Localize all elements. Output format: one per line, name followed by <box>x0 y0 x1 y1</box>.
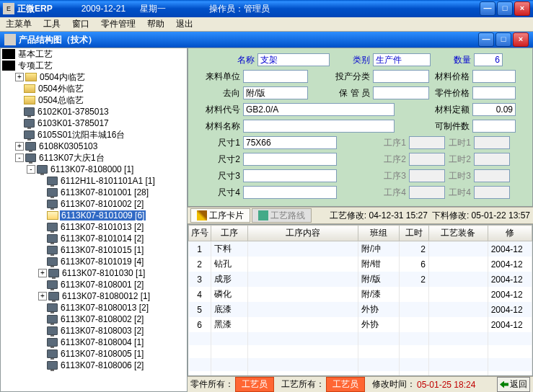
tree-node[interactable]: 6103K01-3785017 <box>1 117 187 129</box>
tree-node[interactable]: 6112H1L-8101101A1 [1] <box>1 175 187 187</box>
menu-tools[interactable]: 工具 <box>38 17 66 32</box>
tree-label[interactable]: 6113K07-8101013 [2] <box>59 222 145 232</box>
tree-label[interactable]: 专项工艺 <box>17 60 54 72</box>
tree-label[interactable]: 6113K07-8108006 [2] <box>59 360 145 370</box>
input-size2[interactable] <box>243 153 337 166</box>
tree-node[interactable]: 6113K07-8108004 [1] <box>1 337 187 348</box>
input-type[interactable]: 生产件 <box>373 53 431 66</box>
tree-label[interactable]: 0504总临艺 <box>37 94 85 107</box>
table-row[interactable]: 5底漆外协2004-12 <box>189 302 532 317</box>
tree-label[interactable]: 6113K07-81080013 [2] <box>59 303 150 313</box>
tree-node[interactable]: 6113K07-8108002 [2] <box>1 313 187 325</box>
menu-main[interactable]: 主菜单 <box>0 17 38 32</box>
input-qty[interactable]: 6 <box>474 53 503 66</box>
input-size4[interactable] <box>243 186 337 199</box>
input-material-name[interactable] <box>243 120 395 133</box>
sub-maximize-button[interactable]: □ <box>495 32 511 47</box>
grid-header-cell[interactable]: 工序 <box>211 226 247 241</box>
tree-label[interactable]: 0504内临艺 <box>38 71 87 84</box>
tab-process-card[interactable]: 工序卡片 <box>190 208 250 223</box>
tree-label[interactable]: 0504外临艺 <box>37 83 85 95</box>
menu-window[interactable]: 窗口 <box>66 17 95 32</box>
status-part-owner-button[interactable]: 工艺员 <box>235 377 274 392</box>
tree-root-special[interactable]: 专项工艺 <box>1 60 187 71</box>
process-grid[interactable]: 序号工序工序内容班组工时工艺装备修 1下料附/冲22004-122钻孔附/钳62… <box>188 224 533 376</box>
tree-label[interactable]: 6113K07大庆1台 <box>38 152 106 164</box>
input-part-price[interactable] <box>472 86 516 99</box>
sub-close-button[interactable]: × <box>513 32 529 47</box>
tree-node[interactable]: -6113K07-8108000 [1] <box>1 164 187 175</box>
tree-label[interactable]: 6113K07-8101019 [4] <box>59 257 145 267</box>
table-row[interactable]: 2钻孔附/钳62004-12 <box>189 257 532 272</box>
tree-node[interactable]: 6113K07-8101013 [2] <box>1 221 187 233</box>
grid-header-cell[interactable]: 工序内容 <box>247 226 358 241</box>
menu-exit[interactable]: 退出 <box>170 17 199 32</box>
input-material-code[interactable]: GB2.0/A <box>243 103 395 116</box>
tree-node[interactable]: 6113K07-8108006 [2] <box>1 360 187 371</box>
tree-node[interactable]: 6113K07-8101015 [1] <box>1 244 187 256</box>
minimize-button[interactable]: — <box>480 1 495 16</box>
table-row[interactable]: 1下料附/冲22004-12 <box>189 241 532 257</box>
tree-node[interactable]: 6113K07-8101009 [6] <box>1 210 187 221</box>
tree-panel[interactable]: 基本工艺专项工艺+0504内临艺0504外临艺0504总临艺6102K01-37… <box>0 48 188 392</box>
tree-label[interactable]: 6108K0305103 <box>38 141 99 151</box>
grid-header-cell[interactable]: 序号 <box>189 226 211 241</box>
grid-header-cell[interactable]: 工时 <box>400 226 429 241</box>
table-row[interactable]: 4磷化附/漆2004-12 <box>189 287 532 302</box>
tree-node[interactable]: 6105S01沈阳丰城16台 <box>1 129 187 141</box>
tree-label[interactable]: 6113K07-8108000 [1] <box>49 164 135 174</box>
tree-label[interactable]: 6103K01-3785017 <box>36 118 110 128</box>
menu-help[interactable]: 帮助 <box>141 17 170 32</box>
tree-node[interactable]: +6113K07-8101030 [1] <box>1 267 187 279</box>
tree-node[interactable]: 0504总临艺 <box>1 94 187 106</box>
tree-label[interactable]: 6102K01-3785013 <box>36 107 110 117</box>
tree-label[interactable]: 6113K07-8101030 [1] <box>61 268 146 278</box>
tree-label[interactable]: 6113K07-8101015 [1] <box>59 245 145 255</box>
return-button[interactable]: 返回 <box>497 377 530 392</box>
tree-node[interactable]: +6108K0305103 <box>1 141 187 152</box>
input-size3[interactable] <box>243 169 337 182</box>
tree-node[interactable]: 6113K07-8108003 [2] <box>1 325 187 337</box>
tree-node[interactable]: 6113K07-81080013 [2] <box>1 302 187 313</box>
input-dest[interactable]: 附/版 <box>243 86 308 99</box>
tree-label[interactable]: 6113K07-8108005 [1] <box>59 349 145 359</box>
input-name[interactable]: 支架 <box>257 53 330 66</box>
tree-toggle[interactable]: - <box>15 153 24 162</box>
table-row[interactable]: 6黑漆外协2004-12 <box>189 317 532 332</box>
input-material-price[interactable] <box>472 70 516 83</box>
tree-label[interactable]: 6113K07-8101002 [2] <box>59 199 145 209</box>
status-craft-owner-button[interactable]: 工艺员 <box>326 377 365 392</box>
tree-root-basic[interactable]: 基本工艺 <box>1 48 187 60</box>
input-material-ration[interactable]: 0.09 <box>472 103 516 116</box>
tree-toggle[interactable]: + <box>38 269 47 277</box>
input-prod-class[interactable] <box>373 70 429 83</box>
tree-toggle[interactable]: + <box>15 73 24 81</box>
tree-node[interactable]: 0504外临艺 <box>1 83 187 94</box>
tree-node[interactable]: +6113K07-81080012 [1] <box>1 290 187 302</box>
tree-node[interactable]: +0504内临艺 <box>1 71 187 83</box>
input-makeable[interactable] <box>472 120 516 133</box>
tree-label[interactable]: 基本工艺 <box>17 48 54 61</box>
grid-header-cell[interactable]: 班组 <box>358 226 399 241</box>
tree-label[interactable]: 6113K07-8108001 [2] <box>59 280 145 290</box>
table-row[interactable]: 3成形附/版22004-12 <box>189 272 532 287</box>
close-button[interactable]: × <box>514 1 530 16</box>
sub-minimize-button[interactable]: — <box>478 32 494 47</box>
input-custodian[interactable] <box>373 86 429 99</box>
tab-process-route[interactable]: 工艺路线 <box>252 208 312 223</box>
tree-label[interactable]: 6113K07-8101001 [28] <box>59 187 150 197</box>
tree-label[interactable]: 6113K07-8101009 [6] <box>60 210 146 220</box>
tree-label[interactable]: 6112H1L-8101101A1 [1] <box>59 176 157 186</box>
tree-node[interactable]: 6113K07-8101014 [2] <box>1 233 187 244</box>
menu-parts[interactable]: 零件管理 <box>95 17 141 32</box>
grid-header-cell[interactable]: 修 <box>488 226 532 241</box>
tree-label[interactable]: 6113K07-81080012 [1] <box>61 291 151 301</box>
tree-toggle[interactable]: + <box>15 142 24 151</box>
tree-node[interactable]: 6113K07-8108001 [2] <box>1 279 187 290</box>
input-incoming-unit[interactable] <box>243 70 308 83</box>
tree-toggle[interactable]: - <box>27 165 35 174</box>
tree-node[interactable]: 6113K07-8101019 [4] <box>1 256 187 267</box>
tree-toggle[interactable]: + <box>38 292 47 300</box>
tree-label[interactable]: 6105S01沈阳丰城16台 <box>36 129 126 141</box>
tree-label[interactable]: 6113K07-8101014 [2] <box>59 233 145 244</box>
